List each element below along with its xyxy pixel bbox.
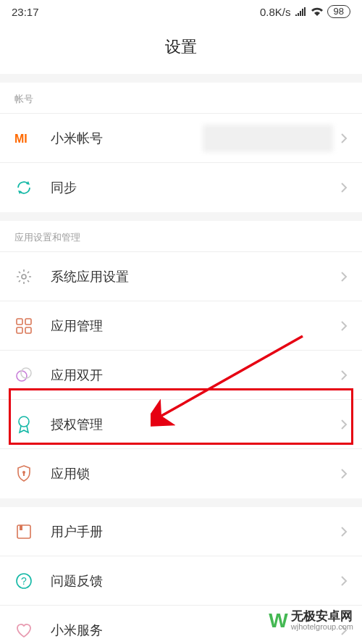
row-mi-account[interactable]: MI 小米帐号 <box>0 114 362 163</box>
svg-rect-3 <box>25 319 31 325</box>
signal-icon <box>295 7 307 16</box>
mi-logo-icon: MI <box>14 129 33 148</box>
heart-icon <box>14 621 33 640</box>
status-speed: 0.8K/s <box>260 6 291 18</box>
watermark: W 无极安卓网 wjhotelgroup.com <box>269 609 353 632</box>
watermark-logo-icon: W <box>269 609 286 632</box>
svg-rect-5 <box>25 327 31 333</box>
row-label: 授权管理 <box>51 416 340 433</box>
account-detail-blurred <box>203 125 333 152</box>
wifi-icon <box>311 7 323 16</box>
row-label: 小米帐号 <box>51 130 203 147</box>
svg-rect-2 <box>17 319 22 325</box>
gear-icon <box>14 267 33 286</box>
row-label: 同步 <box>51 179 340 196</box>
status-time: 23:17 <box>12 6 39 18</box>
row-user-manual[interactable]: 用户手册 <box>0 507 362 556</box>
chevron-right-icon <box>340 575 348 587</box>
chevron-right-icon <box>340 133 348 144</box>
page-header: 设置 <box>0 23 362 74</box>
chevron-right-icon <box>340 468 348 480</box>
question-circle-icon: ? <box>14 572 33 590</box>
svg-rect-11 <box>17 525 30 538</box>
svg-rect-12 <box>20 525 22 530</box>
battery-indicator: 98 <box>327 5 350 18</box>
section-label-apps: 应用设置和管理 <box>0 221 362 252</box>
row-label: 用户手册 <box>51 523 340 540</box>
watermark-main: 无极安卓网 <box>291 610 353 623</box>
chevron-right-icon <box>340 419 348 430</box>
row-app-lock[interactable]: 应用锁 <box>0 449 362 498</box>
chevron-right-icon <box>340 271 348 283</box>
row-system-apps[interactable]: 系统应用设置 <box>0 252 362 301</box>
chevron-right-icon <box>340 369 348 381</box>
svg-point-8 <box>19 417 29 427</box>
chevron-right-icon <box>340 182 348 193</box>
page-title: 设置 <box>0 36 362 58</box>
row-label: 问题反馈 <box>51 572 340 590</box>
svg-rect-4 <box>17 327 22 333</box>
row-sync[interactable]: 同步 <box>0 163 362 212</box>
row-label: 应用管理 <box>51 317 340 335</box>
row-permissions[interactable]: 授权管理 <box>0 400 362 449</box>
svg-rect-10 <box>23 473 25 476</box>
chevron-right-icon <box>340 320 348 332</box>
row-label: 应用双开 <box>51 367 340 384</box>
chevron-right-icon <box>340 526 348 538</box>
svg-point-1 <box>22 275 26 279</box>
row-label: 系统应用设置 <box>51 268 340 285</box>
row-label: 应用锁 <box>51 465 340 482</box>
row-feedback[interactable]: ? 问题反馈 <box>0 556 362 606</box>
medal-icon <box>14 415 33 434</box>
status-right: 0.8K/s 98 <box>260 5 350 18</box>
book-icon <box>14 522 33 541</box>
sync-icon <box>14 178 33 197</box>
row-app-manage[interactable]: 应用管理 <box>0 301 362 351</box>
watermark-sub: wjhotelgroup.com <box>291 623 353 632</box>
grid-apps-icon <box>14 317 33 335</box>
shield-lock-icon <box>14 464 33 483</box>
row-dual-apps[interactable]: 应用双开 <box>0 351 362 400</box>
svg-text:MI: MI <box>14 133 28 145</box>
dual-circle-icon <box>14 366 33 385</box>
status-bar: 23:17 0.8K/s 98 <box>0 0 362 23</box>
section-label-account: 帐号 <box>0 83 362 114</box>
svg-text:?: ? <box>21 575 27 587</box>
section-account: 帐号 MI 小米帐号 同步 <box>0 83 362 212</box>
section-apps: 应用设置和管理 系统应用设置 应用管理 应用双开 授权管理 应用锁 <box>0 221 362 498</box>
